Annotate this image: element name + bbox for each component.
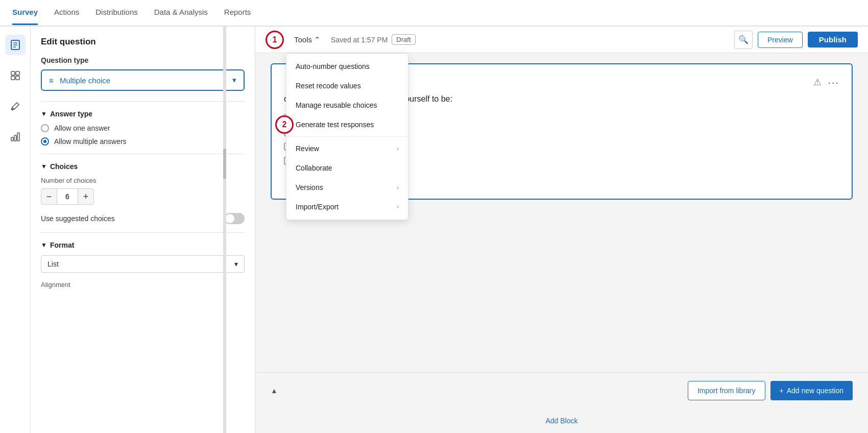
content-toolbar: 1 Tools ⌃ Saved at 1:57 PM Draft 🔍 Previ… [255,27,868,53]
format-value: List [47,260,59,268]
bottom-right-actions: Import from library + Add new question [688,381,853,400]
use-suggested-choices-toggle[interactable] [224,213,245,224]
nav-tabs: Survey Actions Distributions Data & Anal… [12,1,251,25]
icon-sidebar [0,27,31,433]
allow-multiple-answers-option[interactable]: Allow multiple answers [41,137,245,146]
collapse-button[interactable]: ▲ [271,387,278,395]
more-options-icon[interactable]: ··· [828,77,839,88]
allow-multiple-answers-radio[interactable] [41,137,49,146]
svg-rect-4 [11,71,15,75]
plus-icon: + [780,387,784,395]
decrease-choices-button[interactable]: − [41,188,57,205]
tools-button[interactable]: Tools ⌃ [288,32,327,47]
answer-type-arrow: ▼ [41,110,47,117]
use-suggested-choices-row: Use suggested choices [41,213,245,224]
dropdown-item-generate-test[interactable]: 2 Generate test responses [286,115,408,134]
slider-thumb[interactable] [223,149,226,179]
tab-survey[interactable]: Survey [12,1,38,25]
tab-reports[interactable]: Reports [224,1,251,25]
choices-count-value: 6 [57,188,78,205]
format-section-header[interactable]: ▼ Format [41,241,245,249]
search-button[interactable]: 🔍 [734,31,753,49]
dropdown-item-auto-number[interactable]: Auto-number questions [286,57,408,76]
step-2-indicator: 2 [275,115,294,134]
allow-one-answer-option[interactable]: Allow one answer [41,124,245,132]
format-select[interactable]: List ▾ [41,255,245,273]
toolbar-left: 1 Tools ⌃ Saved at 1:57 PM Draft [266,31,416,49]
content-area: 1 Tools ⌃ Saved at 1:57 PM Draft 🔍 Previ… [255,27,868,433]
dropdown-item-import-export-label: Import/Export [296,203,339,211]
dropdown-item-manage-choices[interactable]: Manage reusable choices [286,95,408,115]
answer-type-section-header[interactable]: ▼ Answer type [41,110,245,118]
dropdown-item-reset-recode-label: Reset recode values [296,82,361,90]
sidebar-item-paint[interactable] [5,96,26,116]
add-block-label: Add Block [545,417,577,425]
dropdown-item-review-label: Review [296,145,319,153]
dropdown-item-collaborate-label: Collaborate [296,164,332,172]
tab-distributions[interactable]: Distributions [95,1,138,25]
tools-dropdown-menu: Auto-number questions Reset recode value… [286,53,408,220]
import-from-library-button[interactable]: Import from library [688,381,765,400]
choices-section-header[interactable]: ▼ Choices [41,162,245,171]
step-1-indicator: 1 [266,31,284,49]
dropdown-item-reset-recode[interactable]: Reset recode values [286,76,408,95]
dropdown-divider-1 [286,136,408,137]
allow-one-answer-radio[interactable] [41,124,49,132]
add-new-question-label: Add new question [787,387,843,395]
svg-rect-10 [14,135,16,141]
number-of-choices-label: Number of choices [41,177,245,184]
dropdown-item-generate-test-label: Generate test responses [296,121,374,129]
sidebar-item-layout[interactable] [5,65,26,86]
vertical-slider[interactable] [223,27,226,433]
left-panel: Edit question Question type ≡ Multiple c… [31,27,255,433]
toolbar-right: 🔍 Preview Publish [734,31,858,49]
import-export-submenu-icon: › [397,203,399,210]
bottom-actions-bar: ▲ Import from library + Add new question [255,372,868,408]
number-control: − 6 + [41,188,245,205]
svg-rect-11 [17,133,19,141]
allow-one-answer-label: Allow one answer [54,124,110,132]
choices-section: Number of choices − 6 + [41,177,245,205]
dropdown-item-manage-choices-label: Manage reusable choices [296,101,377,109]
panel-title: Edit question [41,37,245,47]
svg-rect-5 [16,71,19,75]
tools-label: Tools [294,35,312,44]
dropdown-item-review[interactable]: Review › [286,139,408,158]
add-block-area[interactable]: Add Block [255,408,868,433]
format-label: Format [50,241,74,249]
alignment-label: Alignment [41,281,245,288]
format-arrow: ▼ [41,242,47,249]
choices-arrow: ▼ [41,163,47,170]
svg-rect-7 [16,76,19,80]
tab-data-analysis[interactable]: Data & Analysis [154,1,208,25]
svg-rect-9 [11,137,13,141]
tab-actions[interactable]: Actions [54,1,79,25]
top-navigation: Survey Actions Distributions Data & Anal… [0,0,868,27]
question-type-select[interactable]: ≡ Multiple choice ▾ [41,69,245,91]
increase-choices-button[interactable]: + [78,188,94,205]
preview-button[interactable]: Preview [758,32,803,48]
answer-type-label: Answer type [50,110,92,118]
main-layout: Edit question Question type ≡ Multiple c… [0,27,868,433]
svg-rect-6 [11,76,15,80]
saved-status-text: Saved at 1:57 PM [331,36,388,44]
publish-button[interactable]: Publish [808,32,858,47]
dropdown-item-versions-label: Versions [296,183,323,191]
allow-multiple-answers-label: Allow multiple answers [54,137,127,146]
warning-icon: ⚠ [813,77,822,88]
dropdown-item-auto-number-label: Auto-number questions [296,62,370,70]
tools-chevron-icon: ⌃ [314,35,321,44]
question-type-value: Multiple choice [60,76,110,85]
sidebar-item-data[interactable] [5,127,26,147]
search-icon: 🔍 [738,35,749,44]
chevron-down-icon: ▾ [232,76,236,85]
dropdown-item-versions[interactable]: Versions › [286,178,408,197]
question-type-icon: ≡ [49,76,54,85]
add-new-question-button[interactable]: + Add new question [770,381,853,400]
review-submenu-icon: › [397,145,399,152]
sidebar-item-survey[interactable] [5,35,26,55]
dropdown-item-import-export[interactable]: Import/Export › [286,197,408,216]
format-chevron-icon: ▾ [234,260,238,268]
dropdown-item-collaborate[interactable]: Collaborate [286,158,408,178]
versions-submenu-icon: › [397,184,399,191]
